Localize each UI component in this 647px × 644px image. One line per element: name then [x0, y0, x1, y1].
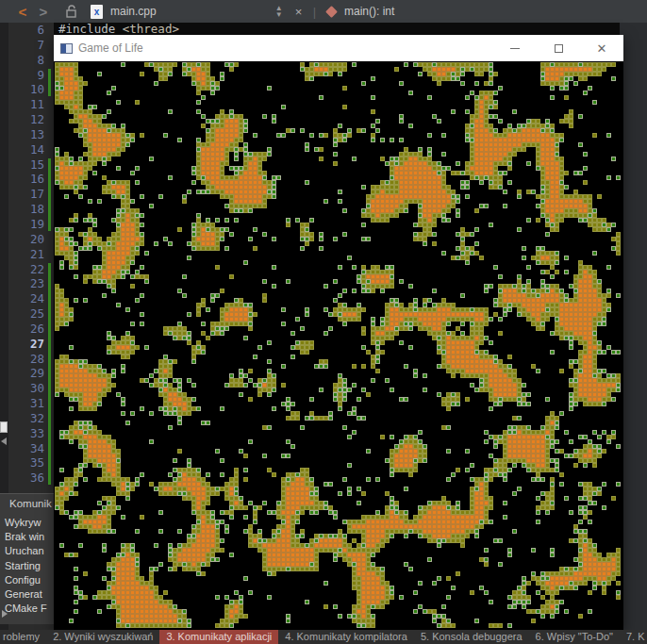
- line-number: 32: [8, 411, 44, 426]
- game-of-life-board[interactable]: [55, 62, 621, 628]
- game-window-titlebar[interactable]: Game of Life ✕: [54, 35, 623, 61]
- line-number: 10: [8, 82, 44, 97]
- toolbar-separator: |: [313, 5, 316, 19]
- line-number: 18: [8, 202, 44, 217]
- line-number: 26: [8, 322, 44, 337]
- minimize-icon: [510, 48, 520, 49]
- log-tab[interactable]: 5. Konsola debuggera: [414, 630, 529, 644]
- close-icon: ✕: [597, 42, 607, 55]
- file-tab-main-cpp[interactable]: main.cpp: [110, 5, 157, 18]
- line-number: 29: [8, 366, 44, 381]
- collapse-arrow-icon[interactable]: [1, 438, 7, 445]
- change-marker-bar: [48, 158, 51, 231]
- line-number: 28: [8, 352, 44, 367]
- log-tab[interactable]: 6. Wpisy "To-Do": [529, 630, 620, 644]
- line-number: 7: [8, 38, 44, 53]
- game-window-title: Game of Life: [78, 41, 493, 55]
- log-console-panel: Komunik WykrywBrak winUruchanStartingCon…: [0, 493, 54, 624]
- line-number: 15: [8, 157, 44, 173]
- log-line: Generat: [5, 587, 54, 602]
- code-line[interactable]: #include <thread>: [54, 23, 620, 35]
- line-number: 34: [8, 441, 44, 456]
- split-view-icon[interactable]: ▲ ▼: [275, 5, 283, 18]
- line-number: 25: [8, 306, 44, 322]
- game-board-area: [54, 61, 623, 630]
- maximize-icon: [555, 44, 563, 53]
- line-number: 17: [8, 187, 44, 202]
- game-of-life-window: Game of Life ✕: [54, 35, 623, 630]
- forward-button[interactable]: >: [33, 4, 54, 20]
- maximize-button[interactable]: [537, 35, 580, 61]
- line-number: 13: [8, 127, 44, 142]
- log-tabbar: roblemy2. Wyniki wyszukiwań3. Komunikaty…: [0, 630, 647, 644]
- log-line: CMake F: [5, 602, 54, 616]
- line-number: 30: [8, 381, 44, 396]
- line-number: 8: [8, 53, 44, 68]
- close-button[interactable]: ✕: [580, 35, 623, 61]
- line-number: 19: [8, 217, 44, 232]
- cpp-file-icon: x: [91, 5, 103, 19]
- line-number: 11: [8, 97, 44, 112]
- code-token: #include: [58, 22, 115, 36]
- editor-toolbar: < > x main.cpp ▲ ▼ × | main(): int: [0, 0, 647, 23]
- line-number: 31: [8, 396, 44, 411]
- log-line: Brak win: [5, 530, 54, 544]
- minimize-button[interactable]: [493, 35, 537, 61]
- change-marker-bar: [48, 69, 51, 97]
- line-number: 9: [8, 68, 44, 83]
- split-down-arrow: ▼: [275, 11, 283, 18]
- line-number: 20: [8, 232, 44, 247]
- log-line: Uruchan: [5, 544, 54, 558]
- line-number: 23: [8, 276, 44, 291]
- app-window-icon: [60, 43, 73, 54]
- line-number: 27: [8, 337, 44, 352]
- back-button[interactable]: <: [12, 4, 33, 20]
- log-line: Wykryw: [5, 516, 54, 530]
- log-line: Configu: [5, 573, 54, 587]
- docked-panel-icon[interactable]: [0, 421, 8, 433]
- log-console-lines: WykrywBrak winUruchanStartingConfiguGene…: [0, 516, 54, 616]
- line-number: 36: [8, 471, 44, 486]
- log-tab[interactable]: 2. Wyniki wyszukiwań: [46, 630, 159, 644]
- scrollbar-arrow-icon[interactable]: [2, 610, 8, 618]
- line-numbers: 6789101112131415161718192021222324252627…: [8, 23, 44, 486]
- line-number: 21: [8, 247, 44, 262]
- scope-dropdown[interactable]: main(): int: [344, 5, 394, 18]
- line-number: 33: [8, 426, 44, 441]
- unlock-icon[interactable]: [66, 5, 77, 18]
- log-console-header: Komunik: [9, 498, 54, 509]
- line-number: 6: [8, 23, 44, 38]
- close-tab-button[interactable]: ×: [292, 5, 306, 19]
- change-marker-bar: [48, 263, 51, 486]
- line-number: 35: [8, 455, 44, 471]
- symbol-diamond-icon: [325, 6, 338, 18]
- code-token: <thread>: [115, 22, 179, 36]
- line-number: 24: [8, 291, 44, 306]
- log-tab[interactable]: 4. Komunikaty kompilatora: [278, 630, 414, 644]
- line-number: 16: [8, 172, 44, 187]
- editor-right-margin: [620, 23, 647, 630]
- line-number: 12: [8, 112, 44, 127]
- log-line: Starting: [5, 559, 54, 573]
- log-tab[interactable]: roblemy: [0, 630, 46, 644]
- log-tab[interactable]: 7. K: [620, 630, 647, 644]
- log-tab[interactable]: 3. Komunikaty aplikacji: [159, 630, 278, 644]
- line-number: 22: [8, 262, 44, 277]
- line-number: 14: [8, 142, 44, 157]
